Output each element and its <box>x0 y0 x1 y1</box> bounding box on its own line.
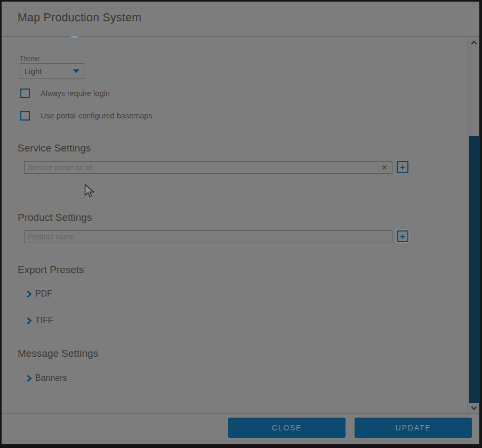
scrollbar-up-button[interactable] <box>470 38 478 47</box>
chevron-down-icon <box>471 406 477 410</box>
footer-divider <box>2 413 479 414</box>
theme-select-value: Light <box>25 67 73 76</box>
chevron-right-icon <box>26 290 32 298</box>
export-preset-label: PDF <box>35 289 52 299</box>
add-service-button[interactable]: + <box>397 161 408 173</box>
clipped-scrolled-element <box>71 36 78 38</box>
chevron-down-icon <box>73 69 79 73</box>
theme-select[interactable]: Light <box>20 63 84 78</box>
message-settings-heading: Message Settings <box>18 348 98 359</box>
export-presets-heading: Export Presets <box>18 264 84 276</box>
export-preset-tiff[interactable]: TIFF <box>26 316 53 325</box>
message-setting-label: Banners <box>35 373 67 383</box>
export-preset-pdf[interactable]: PDF <box>26 289 52 299</box>
product-settings-heading: Product Settings <box>18 212 92 223</box>
add-product-button[interactable]: + <box>397 230 408 242</box>
chevron-up-icon <box>471 41 477 45</box>
page-title: Map Production System <box>18 11 141 25</box>
map-production-dialog: Map Production System Theme Light Always… <box>2 2 479 444</box>
scrollbar-down-button[interactable] <box>470 404 478 412</box>
scrollbar-thumb[interactable] <box>469 136 479 403</box>
service-name-input[interactable] <box>24 161 392 174</box>
portal-basemaps-checkbox[interactable] <box>20 111 30 121</box>
checkbox-row-always-require-login[interactable]: Always require login <box>20 89 110 98</box>
checkbox-label: Always require login <box>41 89 110 98</box>
update-button[interactable]: UPDATE <box>355 418 472 438</box>
theme-label: Theme <box>20 55 39 62</box>
close-button[interactable]: CLOSE <box>228 418 346 438</box>
message-setting-banners[interactable]: Banners <box>26 373 67 383</box>
export-preset-label: TIFF <box>35 316 53 325</box>
plus-icon: + <box>400 163 405 172</box>
always-require-login-checkbox[interactable] <box>20 89 30 98</box>
chevron-right-icon <box>26 317 32 325</box>
product-name-input[interactable] <box>24 230 392 243</box>
plus-icon: + <box>400 232 405 241</box>
mouse-cursor <box>84 184 94 198</box>
clear-icon[interactable]: × <box>378 162 391 173</box>
chevron-right-icon <box>26 374 32 382</box>
list-divider <box>13 307 461 307</box>
checkbox-row-portal-basemaps[interactable]: Use portal-configured basemaps <box>20 111 152 121</box>
checkbox-label: Use portal-configured basemaps <box>41 111 152 120</box>
service-settings-heading: Service Settings <box>18 142 91 154</box>
